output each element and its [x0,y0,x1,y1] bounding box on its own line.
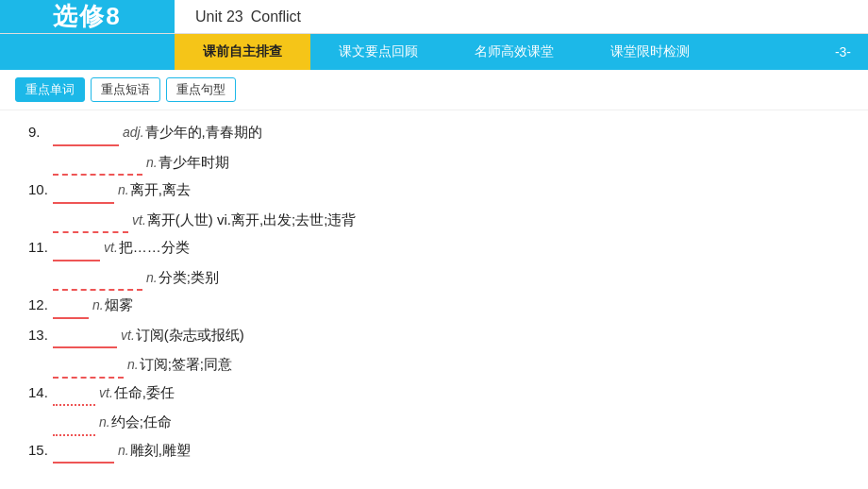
tab-preview[interactable]: 课前自主排查 [175,34,310,70]
blank-11a[interactable] [53,235,100,261]
def-14b: 约会;任命 [111,410,172,434]
page-number: -3- [818,34,868,70]
blank-11b[interactable] [53,265,142,292]
tab-master[interactable]: 名师高效课堂 [446,34,582,70]
blank-14b[interactable] [53,410,95,436]
unit-title: Conflict [251,8,301,25]
item-num-13: 13. [28,323,53,347]
logo-text: 选修8 [53,0,121,33]
def-15a: 雕刻,雕塑 [130,438,191,463]
sub-item-13b: n. 订阅;签署;同意 [28,352,840,379]
top-row: 选修8 Unit 23 Conflict [0,0,868,34]
nav-spacer [0,34,175,70]
tag-key-words[interactable]: 重点单词 [15,77,85,102]
vocab-item-11: 11. vt. 把……分类 [28,235,840,261]
tags-row: 重点单词 重点短语 重点句型 [0,70,868,110]
app-container: 选修8 Unit 23 Conflict 课前自主排查 课文要点回顾 名师高效课… [0,0,868,477]
unit-number: Unit 23 [195,8,243,25]
def-11b: 分类;类别 [159,265,219,290]
def-9b: 青少年时期 [159,150,229,175]
tag-key-sentences[interactable]: 重点句型 [166,77,236,102]
sub-item-10b: vt. 离开(人世) vi.离开,出发;去世;违背 [28,208,840,234]
tab-test[interactable]: 课堂限时检测 [582,34,718,70]
blank-10b[interactable] [53,208,128,234]
blank-13a[interactable] [53,323,117,349]
nav-tabs: 课前自主排查 课文要点回顾 名师高效课堂 课堂限时检测 -3- [175,34,868,70]
blank-9b[interactable] [53,150,142,177]
tag-key-phrases[interactable]: 重点短语 [91,77,160,102]
def-10a: 离开,离去 [130,177,191,202]
item-num-9: 9. [28,120,53,144]
vocab-item-15: 15. n. 雕刻,雕塑 [28,438,840,464]
def-13a: 订阅(杂志或报纸) [136,323,244,347]
vocab-item-14: 14. vt. 任命,委任 [28,380,840,407]
content-area: 9. adj. 青少年的,青春期的 n. 青少年时期 10. n. 离开,离去 … [0,110,868,477]
vocab-item-10: 10. n. 离开,离去 [28,177,840,204]
def-14a: 任命,委任 [114,380,175,405]
blank-12a[interactable] [53,293,89,319]
blank-13b[interactable] [53,352,124,379]
item-num-14: 14. [28,380,53,405]
tab-review[interactable]: 课文要点回顾 [310,34,446,70]
def-13b: 订阅;签署;同意 [140,352,232,377]
item-num-15: 15. [28,438,53,463]
blank-14a[interactable] [53,380,95,407]
blank-10a[interactable] [53,177,114,204]
unit-title-section: Unit 23 Conflict [175,0,868,33]
logo-section: 选修8 [0,0,175,33]
vocab-item-13: 13. vt. 订阅(杂志或报纸) [28,323,840,349]
def-10b: 离开(人世) vi.离开,出发;去世;违背 [147,208,357,232]
vocab-item-9: 9. adj. 青少年的,青春期的 [28,120,840,146]
def-11a: 把……分类 [119,235,190,260]
item-num-10: 10. [28,177,53,202]
def-12a: 烟雾 [105,293,133,317]
def-9a: 青少年的,青春期的 [145,120,262,144]
vocab-item-12: 12. n. 烟雾 [28,293,840,319]
item-num-11: 11. [28,235,53,260]
nav-row: 课前自主排查 课文要点回顾 名师高效课堂 课堂限时检测 -3- [0,34,868,70]
sub-item-14b: n. 约会;任命 [28,410,840,436]
blank-15a[interactable] [53,438,114,464]
blank-9a[interactable] [53,120,119,146]
item-num-12: 12. [28,293,53,317]
sub-item-11b: n. 分类;类别 [28,265,840,292]
sub-item-9b: n. 青少年时期 [28,150,840,177]
